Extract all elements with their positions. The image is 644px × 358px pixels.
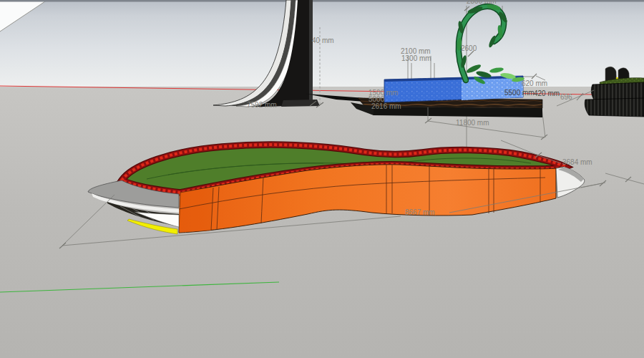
- dimension-label-planter-offset-3[interactable]: 2616 mm: [371, 102, 401, 110]
- tower-sculpture[interactable]: [213, 0, 320, 107]
- dimension-label-planter-gap[interactable]: 696: [560, 93, 572, 101]
- rock-planter[interactable]: [585, 67, 644, 117]
- green-axis: [0, 282, 279, 292]
- dimension-label-planter-height-2[interactable]: 1300 mm: [401, 54, 431, 62]
- dimension-label-platform-width[interactable]: 3684 mm: [562, 158, 592, 166]
- dimension-label-sculpture-height[interactable]: 2800 mm: [467, 0, 497, 5]
- top-edge: [0, 0, 644, 2]
- dimension-label-planter-width-2[interactable]: 420 mm: [534, 90, 560, 97]
- background-wedge: [0, 0, 47, 32]
- model-canvas[interactable]: [0, 0, 644, 358]
- dimension-label-planter-length[interactable]: 11800 mm: [456, 119, 489, 127]
- dimension-label-tower-base[interactable]: 7592 mm: [247, 101, 277, 109]
- dimension-label-planter-width-1[interactable]: 5500 mm: [504, 89, 535, 97]
- dimension-label-tower-height[interactable]: 40 mm: [312, 37, 334, 44]
- dimension-label-sculpture-arc[interactable]: 2600: [461, 44, 477, 52]
- platform-right-tip: [556, 167, 585, 198]
- water-planter[interactable]: [306, 76, 542, 117]
- dimension-label-platform-length[interactable]: 8667 mm: [405, 208, 435, 216]
- skate-platform[interactable]: [88, 145, 585, 234]
- dimension-label-planter-edge[interactable]: 620 mm: [522, 79, 547, 87]
- 3d-viewport[interactable]: 40 mm 7592 mm 2800 mm 2600 2100 mm 1300 …: [0, 0, 644, 358]
